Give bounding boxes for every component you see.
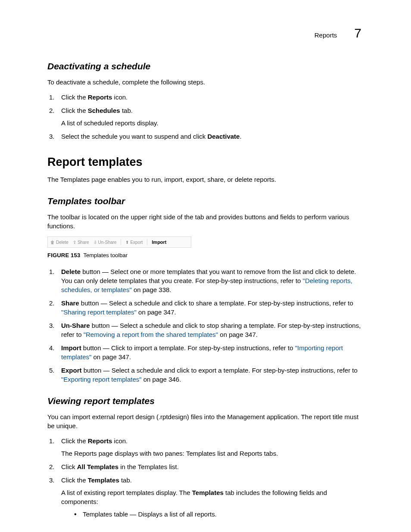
step-subtext: A list of scheduled reports display. xyxy=(61,118,364,128)
step-item: Click All Templates in the Templates lis… xyxy=(47,462,364,471)
toolbar-item-list: Delete button — Select one or more templ… xyxy=(47,267,364,384)
heading-templates-toolbar: Templates toolbar xyxy=(47,196,364,206)
step-item: Click the Reports icon. xyxy=(47,93,364,102)
bullet-list: Templates table — Displays a list of all… xyxy=(73,510,364,519)
list-item: Delete button — Select one or more templ… xyxy=(47,267,364,294)
step-subtext: A list of existing report templates disp… xyxy=(61,488,364,506)
toolbar-separator xyxy=(121,239,121,245)
list-item: Export button — Select a schedule and cl… xyxy=(47,366,364,384)
heading-deactivating-schedule: Deactivating a schedule xyxy=(47,61,364,72)
figure-templates-toolbar: 🗑Delete ⇪Share ⇩Un-Share ⬆Export Import xyxy=(47,236,364,248)
list-item: Un-Share button — Select a schedule and … xyxy=(47,321,364,339)
link-sharing-templates[interactable]: "Sharing report templates" xyxy=(61,308,137,316)
steps-deactivating: Click the Reports icon. Click the Schedu… xyxy=(47,93,364,141)
heading-report-templates: Report templates xyxy=(47,156,364,169)
header-chapter-number: 7 xyxy=(354,26,361,40)
intro-deactivating: To deactivate a schedule, complete the f… xyxy=(47,78,364,87)
toolbar-delete: 🗑Delete xyxy=(50,240,68,245)
step-subtext: The Reports page displays with two panes… xyxy=(61,449,364,458)
intro-templates-toolbar: The toolbar is located on the upper righ… xyxy=(47,212,364,230)
header-section-name: Reports xyxy=(314,31,337,39)
toolbar-share: ⇪Share xyxy=(73,240,89,245)
step-item: Click the Reports icon. The Reports page… xyxy=(47,436,364,458)
list-item: Import button — Click to import a templa… xyxy=(47,343,364,361)
step-item: Click the Templates tab. A list of exist… xyxy=(47,476,364,519)
toolbar-unshare: ⇩Un-Share xyxy=(93,240,117,245)
page-header: Reports 7 xyxy=(47,26,364,40)
intro-report-templates: The Templates page enables you to run, i… xyxy=(47,175,364,184)
share-icon: ⇪ xyxy=(73,240,76,245)
step-item: Select the schedule you want to suspend … xyxy=(47,132,364,141)
intro-viewing-templates: You can import external report design (.… xyxy=(47,412,364,430)
toolbar-image: 🗑Delete ⇪Share ⇩Un-Share ⬆Export Import xyxy=(47,236,191,248)
export-icon: ⬆ xyxy=(125,240,129,245)
toolbar-import: Import xyxy=(152,240,166,245)
step-item: Click the Schedules tab. A list of sched… xyxy=(47,106,364,128)
link-exporting-templates[interactable]: "Exporting report templates" xyxy=(61,376,142,383)
list-item: Share button — Select a schedule and cli… xyxy=(47,299,364,317)
unshare-icon: ⇩ xyxy=(93,240,97,245)
toolbar-separator xyxy=(147,239,147,245)
link-removing-shared[interactable]: "Removing a report from the shared templ… xyxy=(84,331,218,338)
toolbar-export: ⬆Export xyxy=(125,240,143,245)
page: Reports 7 Deactivating a schedule To dea… xyxy=(0,0,411,532)
heading-viewing-templates: Viewing report templates xyxy=(47,396,364,406)
steps-viewing: Click the Reports icon. The Reports page… xyxy=(47,436,364,519)
bullet-item: Templates table — Displays a list of all… xyxy=(73,510,364,519)
trash-icon: 🗑 xyxy=(50,240,55,245)
figure-caption: FIGURE 153 Templates toolbar xyxy=(47,252,364,258)
